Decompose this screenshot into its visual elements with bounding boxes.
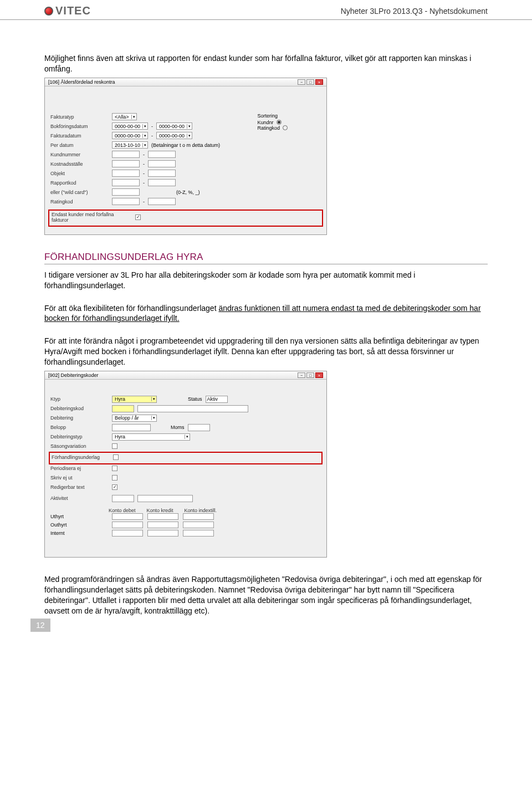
radio-ratingkod[interactable]	[283, 125, 288, 130]
maximize-icon[interactable]: □	[306, 79, 314, 85]
page-header: VITEC Nyheter 3LPro 2013.Q3 - Nyhetsdoku…	[0, 0, 532, 20]
input-rap-from[interactable]	[112, 179, 140, 186]
window-title: [106] Åldersfördelad reskontra	[48, 79, 115, 85]
label-moms: Moms	[171, 425, 185, 430]
window-title-2: [902] Debiteringskoder	[48, 372, 99, 378]
checkbox-endast-kunder[interactable]: ✓	[135, 214, 141, 220]
input-wildcard[interactable]	[112, 188, 140, 196]
input-uthyrt-debet[interactable]	[112, 513, 143, 520]
label-sasong: Säsongvariation	[50, 443, 109, 449]
per-datum-note: (Betalningar t o m detta datum)	[151, 142, 220, 148]
label-debiteringstyp: Debiteringstyp	[50, 434, 109, 440]
window-controls: − □ ×	[298, 79, 323, 85]
input-obj-to[interactable]	[148, 170, 176, 177]
input-rap-to[interactable]	[148, 179, 176, 186]
section-p1: I tidigare versioner av 3L Pro har alla …	[44, 270, 488, 291]
close-icon[interactable]: ×	[315, 79, 323, 85]
input-kost-to[interactable]	[148, 160, 176, 167]
checkbox-forhandling[interactable]	[113, 454, 119, 460]
input-uthyrt-kredit[interactable]	[147, 513, 178, 520]
label-debiteringskod: Debiteringskod	[50, 406, 109, 411]
window-controls-2: − □ ×	[298, 372, 323, 378]
logo-mark-icon	[44, 7, 53, 16]
label-belopp: Belopp	[50, 425, 109, 430]
section-p3: För att inte förändra något i programbet…	[44, 336, 488, 367]
checkbox-sasong[interactable]	[112, 443, 117, 449]
input-kund-to[interactable]	[148, 151, 176, 158]
label-objekt: Objekt	[50, 171, 109, 176]
label-kostnadsstalle: Kostnadsställe	[50, 161, 109, 167]
label-ktyp: Ktyp	[50, 396, 109, 402]
label-periodisera: Periodisera ej	[50, 466, 109, 471]
label-fakturatyp: Fakturatyp	[50, 114, 109, 120]
label-fakturadatum: Fakturadatum	[50, 133, 109, 139]
label-aktivitet: Aktivitet	[50, 495, 109, 501]
intro-paragraph: Möjlighet finns även att skriva ut rappo…	[44, 53, 488, 74]
minimize-icon[interactable]: −	[298, 79, 305, 85]
highlight-forhandling: Förhandlingsunderlag	[49, 452, 323, 464]
input-rating-to[interactable]	[148, 198, 176, 205]
checkbox-redigerbar[interactable]: ✓	[112, 484, 117, 490]
input-outhyrt-index[interactable]	[183, 522, 214, 528]
checkbox-skriv[interactable]	[112, 475, 117, 481]
label-bokforingsdatum: Bokföringsdatum	[50, 124, 109, 129]
label-uthyrt: Uthyrt	[50, 514, 109, 519]
dropdown-ktyp[interactable]: Hyra▾	[112, 396, 157, 403]
input-status[interactable]: Aktiv	[206, 396, 228, 403]
label-redigerbar: Redigerbar text	[50, 484, 109, 490]
input-moms[interactable]	[188, 424, 210, 431]
checkbox-periodisera[interactable]	[112, 466, 117, 471]
input-internt-kredit[interactable]	[147, 530, 178, 536]
input-fakt-from[interactable]: 0000-00-00▾	[112, 132, 148, 139]
logo: VITEC	[44, 4, 91, 17]
input-bokf-from[interactable]: 0000-00-00▾	[112, 122, 148, 130]
sorting-group: Sortering Kundnr Ratingkod	[257, 113, 288, 207]
input-debiteringskod[interactable]	[112, 405, 134, 412]
input-outhyrt-debet[interactable]	[112, 522, 143, 528]
page-number: 12	[30, 619, 50, 632]
label-outhyrt: Outhyrt	[50, 522, 109, 528]
input-kost-from[interactable]	[112, 160, 140, 167]
input-rating-from[interactable]	[112, 198, 140, 205]
maximize-icon[interactable]: □	[306, 372, 314, 378]
label-debitering: Debitering	[50, 415, 109, 421]
input-internt-debet[interactable]	[112, 530, 143, 536]
input-bokf-to[interactable]: 0000-00-00▾	[156, 122, 192, 130]
input-per-datum[interactable]: 2013-10-10▾	[112, 141, 148, 149]
label-internt: Internt	[50, 530, 109, 536]
header-konto-kredit: Konto kredit	[147, 508, 173, 513]
input-obj-from[interactable]	[112, 170, 140, 177]
label-per-datum: Per datum	[50, 142, 109, 148]
window-debiteringskoder: [902] Debiteringskoder − □ × Ktyp Hyra▾ …	[44, 371, 327, 558]
input-aktivitet-text[interactable]	[137, 495, 193, 502]
closing-paragraph: Med programförändringen så ändras även R…	[44, 574, 488, 616]
dropdown-debiteringstyp[interactable]: Hyra▾	[112, 433, 190, 441]
logo-text: VITEC	[55, 4, 91, 17]
label-kundnummer: Kundnummer	[50, 152, 109, 157]
section-heading: FÖRHANDLINGSUNDERLAG HYRA	[44, 252, 488, 264]
document-title: Nyheter 3LPro 2013.Q3 - Nyhetsdokument	[341, 7, 488, 16]
input-fakt-to[interactable]: 0000-00-00▾	[156, 132, 192, 139]
input-aktivitet[interactable]	[112, 495, 134, 502]
section-p2: För att öka flexibiliteten för förhandli…	[44, 303, 488, 324]
minimize-icon[interactable]: −	[298, 372, 305, 378]
dropdown-debitering[interactable]: Belopp / år▾	[112, 415, 157, 422]
close-icon[interactable]: ×	[315, 372, 323, 378]
input-uthyrt-index[interactable]	[183, 513, 214, 520]
label-endast-kunder: Endast kunder med förfallna fakturor	[52, 212, 132, 223]
sorting-title: Sortering	[257, 113, 288, 119]
radio-kundnr[interactable]	[277, 120, 282, 125]
dropdown-fakturatyp[interactable]: <Alla>▾	[112, 113, 137, 120]
input-outhyrt-kredit[interactable]	[147, 522, 178, 528]
label-status: Status	[188, 396, 202, 402]
input-debiteringskod-text[interactable]	[137, 405, 248, 412]
label-kundnr: Kundnr	[257, 120, 273, 125]
label-ratingkod: Ratingkod	[50, 199, 109, 205]
input-belopp[interactable]	[112, 424, 151, 431]
label-wildcard: eller ("wild card")	[50, 190, 109, 195]
label-skriv: Skriv ej ut	[50, 475, 109, 481]
window-aldersfordelad: [106] Åldersfördelad reskontra − □ × Fak…	[44, 78, 327, 235]
label-ratingkod-sort: Ratingkod	[257, 125, 280, 131]
input-kund-from[interactable]	[112, 151, 140, 158]
input-internt-index[interactable]	[183, 530, 214, 536]
